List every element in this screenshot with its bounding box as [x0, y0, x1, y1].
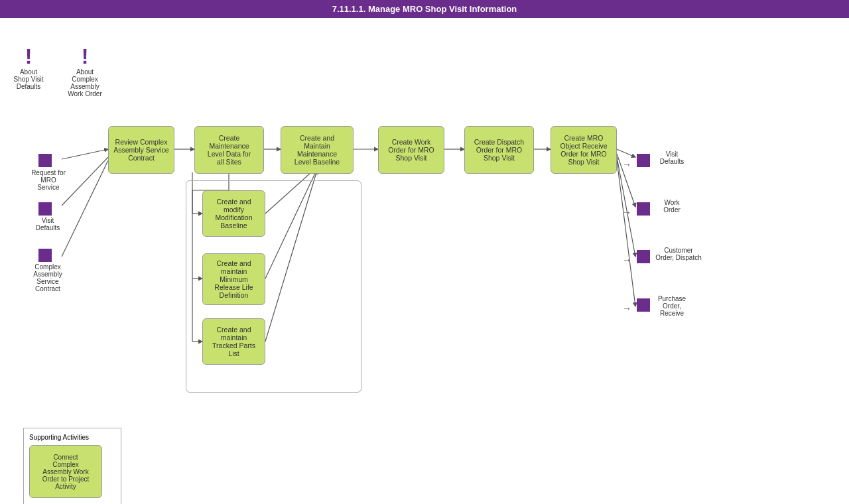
- work-order-out-square: [637, 202, 650, 216]
- purchase-order-out-label: PurchaseOrder,Receive: [652, 295, 692, 317]
- purchase-order-out-square: [637, 298, 650, 312]
- create-maint-level-data-box[interactable]: CreateMaintenanceLevel Data forall Sites: [194, 126, 264, 174]
- exclaim-icon-2: !: [82, 46, 89, 67]
- supporting-activities-title: Supporting Activities: [29, 434, 115, 441]
- complex-assembly-in-label: ComplexAssemblyServiceContract: [25, 263, 71, 292]
- about-complex-assembly-icon-node: ! AboutComplexAssemblyWork Order: [62, 46, 108, 97]
- create-tracked-parts-box[interactable]: Create andmaintainTracked PartsList: [202, 318, 265, 365]
- complex-assembly-in-square: [38, 249, 52, 262]
- customer-order-out-label: CustomerOrder, Dispatch: [652, 247, 705, 261]
- diagram-canvas: ! AboutShop VisitDefaults ! AboutComplex…: [0, 18, 849, 504]
- arrow-purchase-order: →: [622, 303, 631, 314]
- svg-line-8: [617, 149, 635, 157]
- review-complex-box[interactable]: Review Complex Assembly Service Contract: [108, 126, 174, 174]
- create-maint-baseline-box[interactable]: Create andMaintainMaintenanceLevel Basel…: [281, 126, 354, 174]
- svg-line-0: [62, 149, 108, 159]
- about-shop-visit-label: AboutShop VisitDefaults: [14, 68, 44, 90]
- arrows-overlay: [0, 18, 849, 504]
- exclaim-icon-1: !: [25, 46, 33, 67]
- create-mod-baseline-box[interactable]: Create andmodifyModificationBaseline: [202, 190, 265, 237]
- create-mro-object-box[interactable]: Create MROObject ReceiveOrder for MROSho…: [551, 126, 617, 174]
- visit-defaults-in-label: VisitDefaults: [28, 217, 68, 231]
- visit-defaults-in-square: [38, 202, 52, 216]
- about-shop-visit-icon-node: ! AboutShop VisitDefaults: [5, 46, 52, 90]
- work-order-out-label: WorkOrder: [652, 199, 692, 214]
- svg-line-11: [617, 160, 635, 306]
- arrow-customer-order: →: [622, 255, 631, 265]
- create-work-order-box[interactable]: Create WorkOrder for MROShop Visit: [378, 126, 444, 174]
- about-complex-assembly-label: AboutComplexAssemblyWork Order: [68, 68, 102, 97]
- connect-complex-box[interactable]: ConnectComplexAssembly WorkOrder to Proj…: [29, 445, 102, 498]
- visit-defaults-out-label: VisitDefaults: [652, 151, 692, 165]
- create-dispatch-order-box[interactable]: Create DispatchOrder for MROShop Visit: [464, 126, 534, 174]
- supporting-activities-box: Supporting Activities ConnectComplexAsse…: [23, 428, 121, 504]
- customer-order-out-square: [637, 250, 650, 263]
- visit-defaults-out-square: [637, 154, 650, 167]
- arrow-visit-defaults: →: [622, 159, 631, 170]
- page-title: 7.11.1.1. Manage MRO Shop Visit Informat…: [0, 0, 849, 18]
- req-service-square: [38, 154, 52, 167]
- arrow-work-order: →: [622, 207, 631, 218]
- req-service-label: Request forMROService: [25, 169, 72, 191]
- create-min-release-box[interactable]: Create andmaintainMinimumRelease LifeDef…: [202, 253, 265, 305]
